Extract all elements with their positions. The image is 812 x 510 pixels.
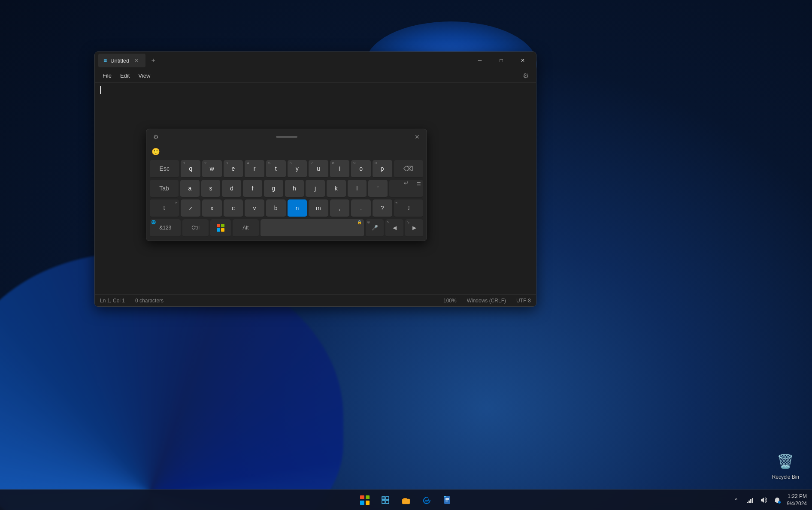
svg-rect-9 bbox=[748, 501, 750, 503]
key-l[interactable]: l bbox=[348, 180, 367, 198]
key-q[interactable]: 1q bbox=[181, 160, 200, 178]
notepad-taskbar-button[interactable] bbox=[438, 491, 457, 510]
widgets-button[interactable] bbox=[376, 491, 395, 510]
key-p[interactable]: 0p bbox=[373, 160, 392, 178]
maximize-button[interactable]: □ bbox=[491, 54, 511, 67]
tab-area: ≡ Untitled ✕ + bbox=[98, 52, 470, 69]
line-ending[interactable]: Windows (CRLF) bbox=[467, 298, 506, 304]
key-m[interactable]: m bbox=[309, 199, 328, 217]
key-h[interactable]: h bbox=[285, 180, 304, 198]
key-left-arrow[interactable]: ↖ ◀ bbox=[385, 219, 403, 237]
key-question[interactable]: ? bbox=[373, 199, 392, 217]
tab-close-button[interactable]: ✕ bbox=[133, 57, 140, 64]
edit-menu[interactable]: Edit bbox=[116, 71, 134, 81]
recycle-bin[interactable]: 🗑️ Recycle Bin bbox=[772, 451, 799, 480]
key-period[interactable]: . bbox=[351, 199, 371, 217]
key-x[interactable]: x bbox=[202, 199, 222, 217]
key-v[interactable]: v bbox=[245, 199, 264, 217]
tray-chevron[interactable]: ^ bbox=[730, 494, 742, 506]
notification-dot bbox=[778, 501, 781, 504]
key-s[interactable]: s bbox=[201, 180, 221, 198]
settings-button[interactable]: ⚙ bbox=[519, 69, 533, 83]
key-f[interactable]: f bbox=[243, 180, 262, 198]
key-e[interactable]: 3e bbox=[224, 160, 243, 178]
key-i[interactable]: 8i bbox=[330, 160, 350, 178]
cursor-position[interactable]: Ln 1, Col 1 bbox=[100, 298, 125, 304]
key-w[interactable]: 2w bbox=[202, 160, 222, 178]
recycle-bin-icon: 🗑️ bbox=[775, 451, 796, 472]
key-comma[interactable]: , bbox=[330, 199, 350, 217]
svg-rect-1 bbox=[402, 499, 410, 504]
zoom-level[interactable]: 100% bbox=[443, 298, 457, 304]
key-alt[interactable]: Alt bbox=[233, 219, 258, 237]
taskbar-clock[interactable]: 1:22 PM 9/4/2024 bbox=[787, 493, 807, 507]
emoji-button[interactable]: 🙂 bbox=[150, 145, 162, 157]
notification-icon[interactable] bbox=[771, 494, 783, 506]
keyboard-rows: Esc 1q 2w 3e 4r 5t 6y 7u 8i 9o 0p ⌫ Tab … bbox=[146, 158, 427, 241]
keyboard-close-button[interactable]: ✕ bbox=[411, 131, 423, 143]
key-j[interactable]: j bbox=[306, 180, 325, 198]
keyboard-title-bar: ⚙ ✕ bbox=[146, 129, 427, 145]
start-button[interactable] bbox=[355, 491, 374, 510]
key-z[interactable]: z bbox=[181, 199, 200, 217]
svg-rect-3 bbox=[444, 496, 450, 504]
key-n[interactable]: n bbox=[288, 199, 307, 217]
new-tab-button[interactable]: + bbox=[147, 54, 159, 66]
notepad-tab[interactable]: ≡ Untitled ✕ bbox=[98, 54, 145, 67]
menu-bar: File Edit View ⚙ bbox=[95, 69, 536, 83]
character-count[interactable]: 0 characters bbox=[135, 298, 164, 304]
date-display: 9/4/2024 bbox=[787, 500, 807, 507]
key-backspace[interactable]: ⌫ bbox=[394, 160, 423, 178]
key-d[interactable]: d bbox=[222, 180, 241, 198]
keyboard-settings-button[interactable]: ⚙ bbox=[150, 131, 162, 143]
touch-keyboard: ⚙ ✕ 🙂 Esc 1q 2w 3e 4r 5t 6y 7u 8i 9o 0p … bbox=[146, 129, 427, 241]
notepad-tab-icon: ≡ bbox=[103, 57, 107, 64]
key-t[interactable]: 5t bbox=[266, 160, 286, 178]
key-ctrl[interactable]: Ctrl bbox=[182, 219, 208, 237]
key-esc[interactable]: Esc bbox=[150, 160, 179, 178]
taskbar: ^ bbox=[0, 489, 812, 510]
key-a[interactable]: a bbox=[180, 180, 200, 198]
taskbar-right: ^ bbox=[730, 493, 807, 507]
key-k[interactable]: k bbox=[327, 180, 346, 198]
key-g[interactable]: g bbox=[264, 180, 283, 198]
svg-rect-7 bbox=[444, 496, 446, 497]
text-cursor bbox=[100, 86, 101, 94]
key-space[interactable]: 🔒 bbox=[261, 219, 364, 237]
keyboard-sub-bar: 🙂 bbox=[146, 145, 427, 158]
key-c[interactable]: c bbox=[224, 199, 243, 217]
key-row-4: 🌐 &123 Ctrl Alt 🔒 ⊕ 🎤 ↖ ◀ ↘ bbox=[150, 219, 423, 237]
minimize-button[interactable]: ─ bbox=[470, 54, 490, 67]
key-shift-right[interactable]: ⇧ ◂ bbox=[394, 199, 423, 217]
edge-button[interactable] bbox=[417, 491, 436, 510]
encoding[interactable]: UTF-8 bbox=[516, 298, 531, 304]
key-right-arrow[interactable]: ↘ ▶ bbox=[405, 219, 423, 237]
svg-rect-8 bbox=[747, 502, 748, 503]
key-r[interactable]: 4r bbox=[245, 160, 264, 178]
key-o[interactable]: 9o bbox=[351, 160, 371, 178]
key-windows[interactable] bbox=[210, 219, 231, 237]
key-row-1: Esc 1q 2w 3e 4r 5t 6y 7u 8i 9o 0p ⌫ bbox=[150, 160, 423, 178]
taskbar-center bbox=[355, 491, 457, 510]
status-bar: Ln 1, Col 1 0 characters 100% Windows (C… bbox=[95, 294, 536, 306]
key-symbols[interactable]: 🌐 &123 bbox=[150, 219, 181, 237]
speaker-icon[interactable] bbox=[757, 494, 770, 506]
close-button[interactable]: ✕ bbox=[513, 54, 533, 67]
file-menu[interactable]: File bbox=[98, 71, 116, 81]
key-u[interactable]: 7u bbox=[309, 160, 328, 178]
key-row-2: Tab a s d f g h j k l ' ↵ ☰ bbox=[150, 180, 423, 198]
key-apostrophe[interactable]: ' bbox=[368, 180, 388, 198]
key-microphone[interactable]: ⊕ 🎤 bbox=[366, 219, 384, 237]
file-explorer-button[interactable] bbox=[397, 491, 415, 510]
time-display: 1:22 PM bbox=[787, 493, 807, 500]
key-b[interactable]: b bbox=[266, 199, 286, 217]
network-icon[interactable] bbox=[744, 494, 756, 506]
notepad-tab-title: Untitled bbox=[110, 57, 129, 64]
keyboard-drag-handle[interactable] bbox=[276, 136, 297, 138]
key-tab[interactable]: Tab bbox=[150, 180, 179, 198]
view-menu[interactable]: View bbox=[134, 71, 155, 81]
key-enter[interactable]: ↵ ☰ bbox=[389, 180, 423, 198]
key-y[interactable]: 6y bbox=[288, 160, 307, 178]
key-shift-left[interactable]: ⇧ ▸ bbox=[150, 199, 179, 217]
key-row-3: ⇧ ▸ z x c v b n m , . ? ⇧ ◂ bbox=[150, 199, 423, 217]
